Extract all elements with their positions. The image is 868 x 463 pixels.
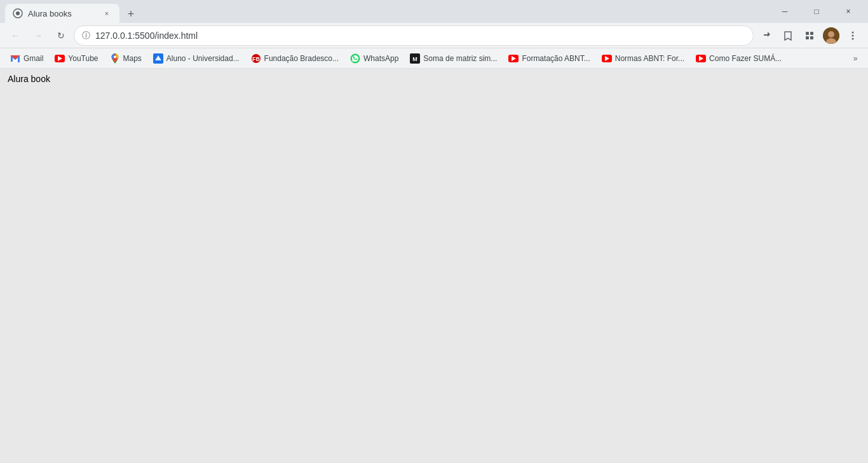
formatacao-icon bbox=[508, 53, 519, 64]
close-button[interactable]: × bbox=[834, 1, 863, 22]
svg-point-9 bbox=[852, 31, 854, 33]
svg-rect-5 bbox=[810, 36, 813, 39]
bookmark-soma[interactable]: M Soma de matriz sim... bbox=[405, 50, 502, 67]
bookmark-youtube[interactable]: YouTube bbox=[50, 50, 103, 67]
bookmark-aluno-label: Aluno - Universidad... bbox=[166, 54, 240, 63]
svg-point-1 bbox=[16, 11, 20, 15]
page-content: Alura book bbox=[0, 69, 868, 463]
profile-button[interactable] bbox=[821, 25, 841, 46]
bookmarks-more-button[interactable]: » bbox=[848, 51, 863, 66]
new-tab-button[interactable]: + bbox=[122, 5, 140, 23]
como-icon bbox=[696, 53, 706, 64]
bookmark-como-label: Como Fazer SUMÁ... bbox=[709, 54, 782, 63]
svg-rect-2 bbox=[806, 32, 809, 35]
youtube-icon bbox=[55, 53, 65, 64]
title-bar: Alura books × + ─ □ × bbox=[0, 0, 868, 23]
extensions-button[interactable] bbox=[799, 25, 820, 46]
url-text: 127.0.0.1:5500/index.html bbox=[95, 31, 745, 41]
page-heading: Alura book bbox=[8, 74, 50, 84]
bookmark-formatacao-label: Formatação ABNT... bbox=[522, 54, 590, 63]
svg-rect-3 bbox=[810, 32, 813, 35]
soma-icon: M bbox=[410, 53, 420, 64]
forward-button[interactable]: → bbox=[28, 25, 48, 46]
svg-text:FB: FB bbox=[252, 56, 260, 62]
profile-avatar bbox=[823, 27, 839, 44]
window-controls: ─ □ × bbox=[770, 1, 863, 22]
bookmark-whatsapp-label: WhatsApp bbox=[363, 54, 398, 63]
tab-strip: Alura books × + bbox=[5, 0, 770, 23]
normas-icon bbox=[602, 53, 612, 64]
bookmark-gmail[interactable]: Gmail bbox=[5, 50, 48, 67]
tab-title: Alura books bbox=[28, 9, 97, 18]
share-button[interactable] bbox=[756, 25, 776, 46]
bookmark-soma-label: Soma de matriz sim... bbox=[423, 54, 497, 63]
tab-favicon bbox=[13, 8, 23, 18]
bookmark-como[interactable]: Como Fazer SUMÁ... bbox=[691, 50, 787, 67]
address-bar[interactable]: ⓘ 127.0.0.1:5500/index.html bbox=[74, 25, 754, 46]
whatsapp-icon bbox=[350, 53, 360, 64]
nav-right-icons bbox=[756, 25, 863, 46]
bookmark-youtube-label: YouTube bbox=[68, 54, 98, 63]
bookmark-aluno[interactable]: Aluno - Universidad... bbox=[148, 50, 245, 67]
bradesco-icon: FB bbox=[251, 53, 261, 64]
reload-button[interactable]: ↻ bbox=[51, 25, 71, 46]
bookmark-normas[interactable]: Normas ABNT: For... bbox=[597, 50, 689, 67]
aluno-icon bbox=[153, 53, 163, 64]
minimize-button[interactable]: ─ bbox=[770, 1, 799, 22]
maximize-button[interactable]: □ bbox=[802, 1, 831, 22]
menu-button[interactable] bbox=[843, 25, 863, 46]
navigation-bar: ← → ↻ ⓘ 127.0.0.1:5500/index.html bbox=[0, 23, 868, 48]
gmail-icon bbox=[10, 53, 20, 64]
bookmark-maps-label: Maps bbox=[123, 54, 142, 63]
active-tab[interactable]: Alura books × bbox=[5, 4, 119, 23]
back-button[interactable]: ← bbox=[5, 25, 25, 46]
svg-point-13 bbox=[114, 55, 116, 58]
bookmark-bradesco[interactable]: FB Fundação Bradesco... bbox=[246, 50, 344, 67]
svg-text:M: M bbox=[413, 56, 418, 62]
svg-rect-4 bbox=[806, 36, 809, 39]
maps-icon bbox=[110, 53, 120, 64]
bookmark-whatsapp[interactable]: WhatsApp bbox=[345, 50, 403, 67]
svg-point-7 bbox=[828, 31, 834, 38]
svg-point-11 bbox=[852, 38, 854, 39]
bookmark-formatacao[interactable]: Formatação ABNT... bbox=[503, 50, 595, 67]
bookmark-maps[interactable]: Maps bbox=[105, 50, 147, 67]
bookmark-normas-label: Normas ABNT: For... bbox=[615, 54, 684, 63]
svg-point-10 bbox=[852, 34, 854, 36]
tab-close-button[interactable]: × bbox=[102, 8, 112, 18]
bookmark-bradesco-label: Fundação Bradesco... bbox=[264, 54, 339, 63]
bookmark-gmail-label: Gmail bbox=[24, 54, 43, 63]
bookmark-button[interactable] bbox=[778, 25, 798, 46]
bookmarks-bar: Gmail YouTube Maps Aluno - Uni bbox=[0, 48, 868, 69]
security-icon: ⓘ bbox=[82, 30, 90, 41]
